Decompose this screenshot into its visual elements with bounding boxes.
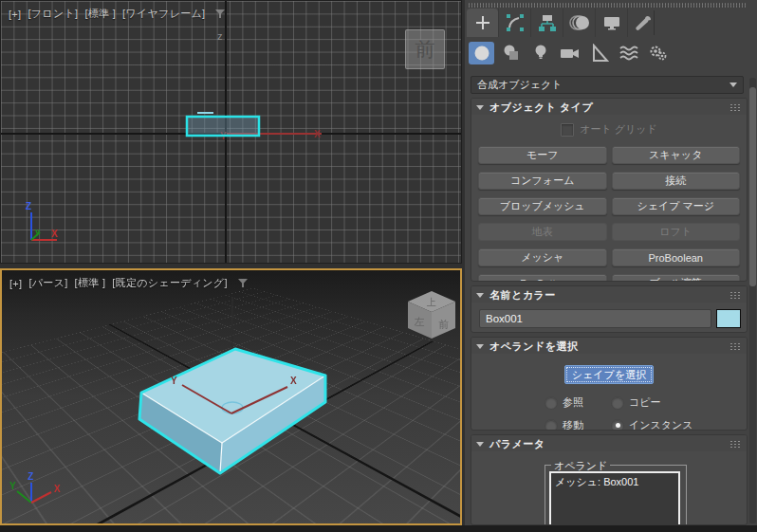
button-blobmesh[interactable]: ブロッブメッシュ — [478, 197, 607, 215]
collapse-caret-icon — [476, 293, 484, 298]
tab-create[interactable] — [467, 9, 498, 37]
viewport-menu-general[interactable]: [+] — [9, 9, 21, 20]
tab-separator — [654, 10, 655, 35]
collapse-caret-icon — [476, 442, 484, 447]
viewport-menu-standard[interactable]: [標準 ] — [84, 7, 116, 21]
hierarchy-icon — [538, 13, 557, 32]
viewport-perspective[interactable]: [+] [パース] [標準 ] [既定のシェーディング] Y X — [0, 268, 462, 525]
button-procutter[interactable]: ProCutter — [478, 274, 607, 282]
viewcube-top-label: 上 — [426, 297, 436, 307]
tab-hierarchy[interactable] — [530, 9, 563, 37]
category-cameras[interactable] — [557, 42, 582, 64]
box-object[interactable] — [139, 349, 325, 473]
button-proboolean[interactable]: ProBoolean — [612, 248, 741, 266]
autogrid-label: オート グリッド — [580, 122, 657, 137]
viewport-menu-pov[interactable]: [パース] — [28, 276, 67, 290]
button-shapemerge[interactable]: シェイプ マージ — [612, 197, 741, 215]
viewport-front[interactable]: [+] [フロント] [標準 ] [ワイヤフレーム] z X Y Z — [0, 0, 462, 264]
filter-icon[interactable] — [238, 279, 248, 288]
button-terrain[interactable]: 地表 — [478, 223, 607, 241]
autogrid-checkbox[interactable] — [561, 123, 574, 137]
tab-modify[interactable] — [498, 9, 530, 37]
rollout-grip-icon[interactable] — [729, 103, 741, 112]
y-axis-label: Y — [171, 376, 177, 386]
world-axis-tripod: Z Y X — [9, 471, 61, 503]
utilities-wrench-icon — [635, 13, 654, 32]
rollout-pick-operand-header[interactable]: オペランドを選択 — [471, 338, 747, 354]
tripod-z-label: Z — [28, 471, 33, 482]
category-geometry[interactable] — [469, 42, 494, 64]
object-color-swatch[interactable] — [716, 309, 741, 328]
button-conform[interactable]: コンフォーム — [478, 172, 607, 190]
viewport-menu-general[interactable]: [+] — [9, 278, 22, 289]
helpers-triangle-icon — [590, 44, 609, 63]
rollout-title: 名前とカラー — [489, 288, 724, 303]
panel-grip-handle[interactable] — [468, 3, 746, 8]
button-boolean[interactable]: ブール演算 — [612, 274, 741, 282]
category-lights[interactable] — [527, 42, 553, 64]
viewcube-perspective[interactable]: 上 左 前 — [408, 291, 455, 339]
object-category-dropdown[interactable]: 合成オブジェクト — [471, 76, 744, 94]
tripod-x-label: X — [51, 229, 58, 239]
radio-move-label[interactable]: 移動 — [563, 418, 583, 431]
radio-instance-label[interactable]: インスタンス — [629, 418, 693, 431]
radio-copy-label[interactable]: コピー — [629, 395, 661, 410]
box-object-wireframe[interactable] — [187, 117, 259, 136]
viewport-menu-standard[interactable]: [標準 ] — [75, 276, 106, 290]
rollout-name-color-header[interactable]: 名前とカラー — [471, 286, 747, 303]
collapse-caret-icon — [476, 105, 484, 110]
viewport-menu-shading[interactable]: [既定のシェーディング] — [112, 276, 228, 290]
category-systems[interactable] — [645, 42, 671, 64]
radio-instance[interactable] — [611, 419, 624, 431]
object-name-input[interactable] — [479, 309, 711, 328]
operand-list[interactable]: メッシュ: Box001 — [549, 471, 680, 525]
rollout-parameters-header[interactable]: パラメータ — [471, 435, 747, 451]
rollout-title: オペランドを選択 — [489, 339, 724, 354]
viewport-menu-pov[interactable]: [フロント] — [28, 7, 78, 21]
rollout-grip-icon[interactable] — [729, 342, 741, 351]
radio-reference-label[interactable]: 参照 — [563, 395, 583, 410]
button-loft[interactable]: ロフト — [612, 223, 741, 241]
button-scatter[interactable]: スキャッタ — [612, 146, 741, 164]
viewcube-front[interactable]: 前 — [405, 29, 445, 69]
radio-copy[interactable] — [611, 396, 624, 410]
filter-icon[interactable] — [215, 9, 225, 19]
category-shapes[interactable] — [498, 42, 524, 64]
chevron-down-icon — [729, 83, 737, 87]
button-morph[interactable]: モーフ — [478, 146, 607, 164]
3dsmax-window: [+] [フロント] [標準 ] [ワイヤフレーム] z X Y Z — [0, 0, 757, 532]
category-space-warps[interactable] — [616, 42, 641, 64]
rollout-title: パラメータ — [489, 437, 724, 451]
tab-motion[interactable] — [563, 9, 595, 37]
tripod-y-label: Y — [9, 481, 16, 491]
rollout-grip-icon[interactable] — [729, 440, 741, 449]
geometry-icon — [473, 45, 490, 62]
category-helpers[interactable] — [586, 42, 612, 64]
rollout-title: オブジェクト タイプ — [489, 101, 724, 115]
radio-move[interactable] — [545, 419, 558, 431]
rollout-grip-icon[interactable] — [729, 291, 741, 300]
radio-reference[interactable] — [545, 396, 558, 410]
x-axis-label: X — [314, 129, 321, 139]
operand-list-item[interactable]: メッシュ: Box001 — [551, 473, 678, 491]
systems-gears-icon — [648, 44, 669, 63]
pick-shape-button[interactable]: シェイプを選択 — [564, 365, 654, 384]
viewport-menu-shading[interactable]: [ワイヤフレーム] — [122, 7, 205, 21]
button-mesher[interactable]: メッシャ — [478, 248, 607, 266]
tab-display[interactable] — [595, 9, 627, 37]
shapes-icon — [502, 44, 521, 63]
viewport-front-label: [+] [フロント] [標準 ] [ワイヤフレーム] — [9, 7, 225, 21]
z-axis-hint-label: z — [217, 30, 223, 42]
display-icon — [602, 13, 621, 32]
rollout-parameters: パラメータ オペランド メッシュ: Box001 — [471, 434, 748, 525]
panel-scrollbar[interactable] — [749, 78, 756, 523]
space-warps-waves-icon — [619, 45, 639, 62]
button-connect[interactable]: 接続 — [612, 172, 741, 190]
modify-icon — [506, 13, 525, 32]
scrollbar-thumb[interactable] — [749, 87, 756, 286]
perspective-scene: Y X Z Y X 上 左 前 — [2, 270, 460, 523]
collapse-caret-icon — [476, 344, 484, 349]
rollout-object-type-header[interactable]: オブジェクト タイプ — [471, 99, 747, 115]
create-categories — [469, 41, 671, 65]
front-viewport-scene: z X Y Z X y — [1, 1, 461, 263]
